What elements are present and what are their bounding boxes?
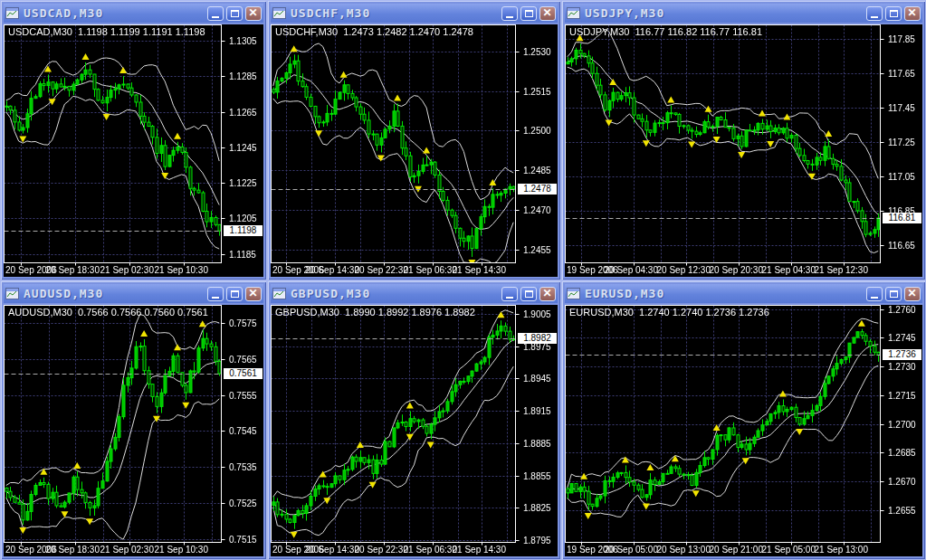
- chart-area[interactable]: USDCAD,M30 1.1198 1.1199 1.1191 1.1198 1…: [4, 24, 263, 277]
- price-axis-label: 1.1185: [229, 250, 256, 260]
- price-axis-label: 1.2745: [888, 333, 916, 343]
- price-axis-label: 1.9005: [523, 309, 551, 319]
- window-titlebar[interactable]: GBPUSD,M30 ✕: [271, 284, 558, 303]
- price-axis-label: 1.1245: [229, 143, 257, 153]
- time-axis-label: 21 Sep 13:00: [815, 545, 869, 555]
- price-axis-label: 1.2670: [888, 477, 916, 487]
- minimize-icon: [212, 16, 219, 18]
- chart-window-icon: [567, 7, 580, 19]
- candlestick-chart-canvas[interactable]: [271, 305, 558, 556]
- minimize-button[interactable]: [207, 287, 224, 301]
- window-title: GBPUSD,M30: [291, 287, 499, 300]
- maximize-button[interactable]: [226, 6, 243, 21]
- close-button[interactable]: ✕: [539, 287, 556, 301]
- maximize-button[interactable]: [226, 287, 243, 301]
- close-button[interactable]: ✕: [904, 6, 921, 21]
- price-scale: 1.25301.25151.25001.24851.24701.2455: [516, 24, 558, 277]
- chart-window-gbpusd: GBPUSD,M30 ✕ GBPUSD,M30 1.8990 1.8992 1.…: [267, 280, 561, 560]
- time-scale: 19 Sep 200620 Sep 05:0020 Sep 13:0020 Se…: [565, 543, 922, 556]
- price-axis-label: 0.7545: [229, 426, 257, 436]
- price-scale: 1.13051.12851.12651.12451.12251.12051.11…: [222, 24, 263, 277]
- close-button[interactable]: ✕: [245, 287, 262, 301]
- price-scale: 1.27601.27451.27301.27151.27001.26851.26…: [881, 305, 922, 556]
- maximize-icon: [231, 290, 239, 298]
- price-axis-label: 1.1305: [229, 36, 257, 46]
- chart-area[interactable]: AUDUSD,M30 0.7566 0.7566 0.7560 0.7561 0…: [4, 305, 263, 556]
- maximize-icon: [525, 10, 533, 17]
- price-axis-label: 117.85: [888, 34, 915, 44]
- chart-window-usdjpy: USDJPY,M30 ✕ USDJPY,M30 116.77 116.82 11…: [561, 0, 926, 280]
- window-title: USDCHF,M30: [291, 6, 499, 20]
- window-titlebar[interactable]: USDCHF,M30 ✕: [271, 4, 558, 23]
- chart-window-icon: [567, 288, 580, 299]
- minimize-button[interactable]: [866, 287, 883, 301]
- window-titlebar[interactable]: AUDUSD,M30 ✕: [4, 284, 263, 303]
- chart-window-usdcad: USDCAD,M30 ✕ USDCAD,M30 1.1198 1.1199 1.…: [0, 0, 267, 280]
- window-title: USDJPY,M30: [585, 6, 864, 20]
- price-axis-label: 1.8825: [523, 503, 551, 513]
- time-scale: 20 Sep 200620 Sep 18:3021 Sep 02:3021 Se…: [4, 543, 263, 556]
- minimize-icon: [506, 16, 513, 18]
- maximize-button[interactable]: [885, 287, 902, 301]
- price-axis-label: 1.2515: [523, 87, 551, 97]
- chart-area[interactable]: EURUSD,M30 1.2740 1.2740 1.2736 1.2736 1…: [565, 305, 922, 556]
- time-axis-label: 20 Sep 04:30: [605, 265, 659, 275]
- time-scale: 19 Sep 200620 Sep 04:3020 Sep 12:3020 Se…: [565, 263, 922, 277]
- window-titlebar[interactable]: USDJPY,M30 ✕: [565, 4, 922, 23]
- price-axis-label: 0.7565: [229, 355, 257, 365]
- minimize-button[interactable]: [866, 6, 883, 21]
- time-axis-label: 21 Sep 10:30: [155, 545, 209, 555]
- window-title: EURUSD,M30: [585, 287, 864, 300]
- maximize-button[interactable]: [885, 6, 902, 21]
- price-axis-label: 1.2455: [523, 245, 551, 255]
- price-axis-label: 0.7535: [229, 462, 257, 472]
- time-axis-label: 20 Sep 13:00: [657, 545, 711, 555]
- ohlc-info-line: GBPUSD,M30 1.8990 1.8992 1.8976 1.8982: [275, 307, 475, 318]
- minimize-button[interactable]: [501, 287, 518, 301]
- time-axis-label: 21 Sep 02:30: [100, 545, 155, 555]
- time-axis-label: 20 Sep 18:30: [46, 265, 100, 275]
- maximize-icon: [525, 290, 533, 298]
- time-axis-label: 20 Sep 14:30: [306, 265, 360, 275]
- close-button[interactable]: ✕: [539, 6, 556, 21]
- chart-area[interactable]: USDJPY,M30 116.77 116.82 116.77 116.81 1…: [565, 24, 922, 277]
- minimize-button[interactable]: [501, 6, 518, 21]
- mdi-chart-workspace: USDCAD,M30 ✕ USDCAD,M30 1.1198 1.1199 1.…: [0, 0, 926, 560]
- close-button[interactable]: ✕: [904, 287, 921, 301]
- maximize-icon: [890, 10, 898, 17]
- time-axis-label: 20 Sep 20:30: [710, 265, 764, 275]
- price-axis-label: 1.8945: [523, 374, 551, 384]
- price-axis-label: 117.45: [888, 103, 915, 113]
- minimize-icon: [871, 16, 878, 18]
- time-axis-label: 20 Sep 22:30: [355, 545, 409, 555]
- chart-window-audusd: AUDUSD,M30 ✕ AUDUSD,M30 0.7566 0.7566 0.…: [0, 280, 267, 560]
- time-axis-label: 20 Sep 18:30: [46, 545, 100, 555]
- maximize-icon: [890, 290, 898, 298]
- price-axis-label: 1.2655: [888, 506, 916, 516]
- window-titlebar[interactable]: EURUSD,M30 ✕: [565, 284, 922, 303]
- candlestick-chart-canvas[interactable]: [565, 305, 922, 556]
- chart-area[interactable]: GBPUSD,M30 1.8990 1.8992 1.8976 1.8982 1…: [271, 305, 558, 556]
- window-titlebar[interactable]: USDCAD,M30 ✕: [4, 4, 263, 23]
- candlestick-chart-canvas[interactable]: [271, 24, 558, 277]
- candlestick-chart-canvas[interactable]: [565, 24, 922, 277]
- close-button[interactable]: ✕: [245, 6, 262, 21]
- maximize-button[interactable]: [520, 6, 537, 21]
- price-axis-label: 1.8855: [523, 471, 551, 481]
- price-axis-label: 1.2715: [888, 391, 916, 401]
- time-axis-label: 21 Sep 04:30: [762, 265, 816, 275]
- maximize-button[interactable]: [520, 287, 537, 301]
- close-icon: ✕: [248, 7, 258, 18]
- ohlc-info-line: USDJPY,M30 116.77 116.82 116.77 116.81: [569, 26, 762, 37]
- price-axis-label: 117.25: [888, 138, 915, 147]
- chart-area[interactable]: USDCHF,M30 1.2473 1.2482 1.2470 1.2478 1…: [271, 24, 558, 277]
- price-axis-label: 1.2730: [888, 362, 916, 372]
- close-icon: ✕: [248, 288, 258, 299]
- minimize-button[interactable]: [207, 6, 224, 21]
- chart-window-icon: [5, 288, 19, 299]
- minimize-icon: [212, 297, 219, 299]
- time-axis-label: 20 Sep 14:30: [306, 545, 360, 555]
- current-price-box: 1.1198: [224, 225, 263, 236]
- chart-window-icon: [5, 7, 19, 19]
- chart-window-icon: [272, 7, 286, 19]
